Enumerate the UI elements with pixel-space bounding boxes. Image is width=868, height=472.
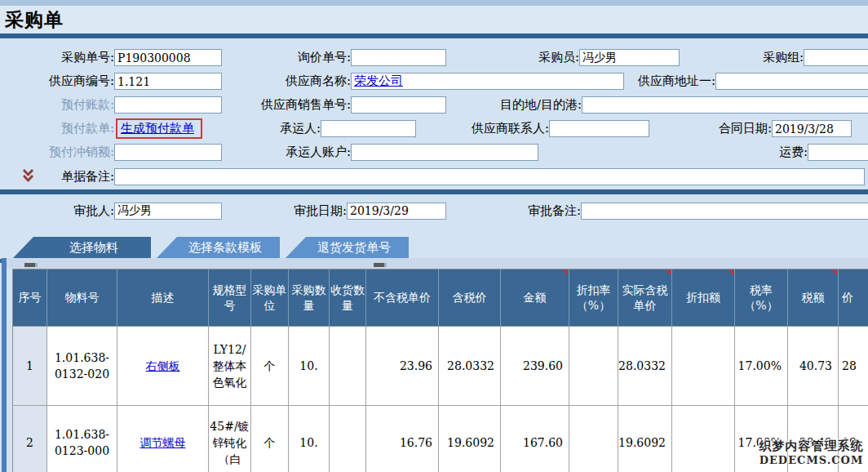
inquiry-no-label: 询价单号:: [222, 50, 351, 65]
table-cell[interactable]: 40.73: [788, 327, 839, 406]
page-title: 采购单: [5, 7, 64, 33]
top-strip: [0, 0, 868, 6]
table-cell[interactable]: 1.01.638-0123-000: [47, 406, 117, 472]
purchase-no-input[interactable]: [114, 49, 222, 66]
approve-date-input[interactable]: [347, 203, 446, 220]
title-bar: 采购单: [0, 6, 868, 33]
column-header[interactable]: 税额: [788, 269, 839, 327]
column-header[interactable]: 序号: [13, 269, 47, 327]
table-cell[interactable]: 23.96: [366, 327, 439, 406]
red-corner-flag-icon: [563, 270, 568, 275]
table-cell[interactable]: 16.76: [366, 406, 439, 472]
inquiry-no-input[interactable]: [351, 49, 446, 66]
table-cell[interactable]: 个: [251, 406, 289, 472]
table-cell[interactable]: 10.: [289, 406, 330, 472]
collapse-chevron-icon[interactable]: [21, 168, 35, 186]
supplier-contact-label: 供应商联系人:: [416, 121, 549, 136]
column-header[interactable]: 规格型号: [209, 269, 251, 327]
column-header[interactable]: 折扣率（%）: [569, 269, 618, 327]
table-cell[interactable]: 45#/镀锌钝化（白: [209, 406, 251, 472]
carrier-input[interactable]: [321, 120, 416, 137]
table-cell[interactable]: [569, 406, 618, 472]
table-cell[interactable]: 17.00%: [735, 327, 788, 406]
column-header[interactable]: 不含税单价: [366, 269, 439, 327]
table-cell[interactable]: 28.0332: [439, 327, 501, 406]
approver-label: 审批人:: [0, 203, 114, 219]
supplier-name-label: 供应商名称:: [222, 73, 351, 89]
approver-input[interactable]: [114, 203, 222, 220]
supplier-sales-no-input[interactable]: [351, 96, 446, 114]
column-header[interactable]: 描述: [117, 269, 209, 327]
table-cell[interactable]: [330, 327, 366, 406]
table-cell[interactable]: 1.01.638-0132-020: [47, 327, 117, 406]
supplier-no-input[interactable]: [114, 73, 222, 90]
table-cell[interactable]: 19.6092: [439, 406, 501, 472]
generate-prepay-order-link[interactable]: 生成预付款单: [121, 121, 194, 136]
item-description-link[interactable]: 调节螺母: [140, 434, 186, 451]
column-splitter-handle[interactable]: [24, 263, 38, 267]
contract-date-label: 合同日期:: [649, 121, 772, 136]
watermark: 织梦内容管理系统 DEDECMS.COM: [755, 439, 868, 466]
column-splitter-handle[interactable]: [374, 263, 387, 267]
order-form: 采购单号: 询价单号: 采购员: 采购组: 供应商编号: 供应商名称: 荣发公司…: [0, 38, 868, 189]
table-cell[interactable]: [672, 327, 735, 406]
grid-left-border: [2, 258, 7, 472]
supplier-name-link[interactable]: 荣发公司: [354, 73, 403, 89]
column-header[interactable]: 实际含税单价: [618, 269, 672, 327]
table-cell[interactable]: [672, 406, 735, 472]
form-row-remark: 单据备注:: [0, 164, 868, 189]
table-row: 21.01.638-0123-000调节螺母45#/镀锌钝化（白个10.16.7…: [13, 406, 868, 472]
column-header[interactable]: 价: [839, 269, 868, 327]
table-cell[interactable]: 19.6092: [618, 406, 672, 472]
group-label: 采购组:: [680, 50, 804, 65]
destination-input[interactable]: [582, 96, 868, 114]
column-header[interactable]: 折扣额: [672, 269, 735, 327]
supplier-contact-input[interactable]: [549, 120, 649, 137]
grid-top-strip: [7, 258, 868, 269]
prepay-account-input[interactable]: [114, 96, 222, 114]
purchase-no-label: 采购单号:: [0, 50, 114, 65]
carrier-label: 承运人:: [202, 121, 321, 136]
approve-remark-input[interactable]: [581, 203, 868, 220]
doc-remark-input[interactable]: [114, 168, 865, 185]
freight-input[interactable]: [808, 144, 868, 161]
column-header[interactable]: 含税价: [439, 269, 501, 327]
table-cell[interactable]: 167.60: [501, 406, 569, 472]
tab-select-terms-template[interactable]: 选择条款模板: [156, 237, 280, 259]
supplier-name-field[interactable]: 荣发公司: [351, 73, 624, 90]
buyer-input[interactable]: [579, 49, 680, 66]
table-cell[interactable]: [330, 406, 366, 472]
form-row-5: 预付冲销额: 承运人账户: 运费:: [0, 140, 868, 164]
destination-label: 目的地/目的港:: [446, 97, 582, 113]
table-cell[interactable]: 2: [13, 406, 47, 472]
table-cell[interactable]: 239.60: [501, 327, 569, 406]
prepay-writeoff-label: 预付冲销额:: [0, 145, 114, 160]
group-input[interactable]: [804, 49, 868, 66]
table-cell[interactable]: [569, 327, 618, 406]
supplier-addr-input[interactable]: [715, 73, 868, 90]
table-cell[interactable]: 个: [251, 327, 289, 406]
approve-date-label: 审批日期:: [222, 203, 347, 219]
carrier-account-input[interactable]: [351, 144, 538, 161]
purchase-order-page: { "title": "采购单", "form": { "purchase_no…: [0, 0, 868, 472]
prepay-writeoff-input[interactable]: [114, 144, 222, 161]
item-description-link[interactable]: 右侧板: [146, 358, 180, 374]
column-header[interactable]: 物料号: [47, 269, 117, 327]
description-cell: 调节螺母: [117, 406, 209, 472]
table-cell[interactable]: 28: [839, 327, 868, 406]
contract-date-input[interactable]: [772, 120, 852, 137]
column-header[interactable]: 收货数量: [330, 269, 366, 327]
tab-select-material[interactable]: 选择物料: [12, 237, 151, 259]
red-corner-flag-icon: [832, 270, 837, 275]
column-header[interactable]: 税率（%）: [735, 269, 788, 327]
column-header[interactable]: 采购单位: [251, 269, 289, 327]
table-cell[interactable]: 28.0332: [618, 327, 672, 406]
column-header[interactable]: 金额: [501, 269, 569, 327]
tab-return-delivery-no[interactable]: 退货发货单号: [285, 237, 409, 259]
column-header[interactable]: 采购数量: [289, 269, 330, 327]
freight-label: 运费:: [538, 145, 808, 160]
approve-remark-label: 审批备注:: [446, 203, 581, 219]
table-cell[interactable]: 10.: [289, 327, 330, 406]
table-cell[interactable]: LY12/整体本色氧化: [209, 327, 251, 406]
table-cell[interactable]: 1: [13, 327, 47, 406]
